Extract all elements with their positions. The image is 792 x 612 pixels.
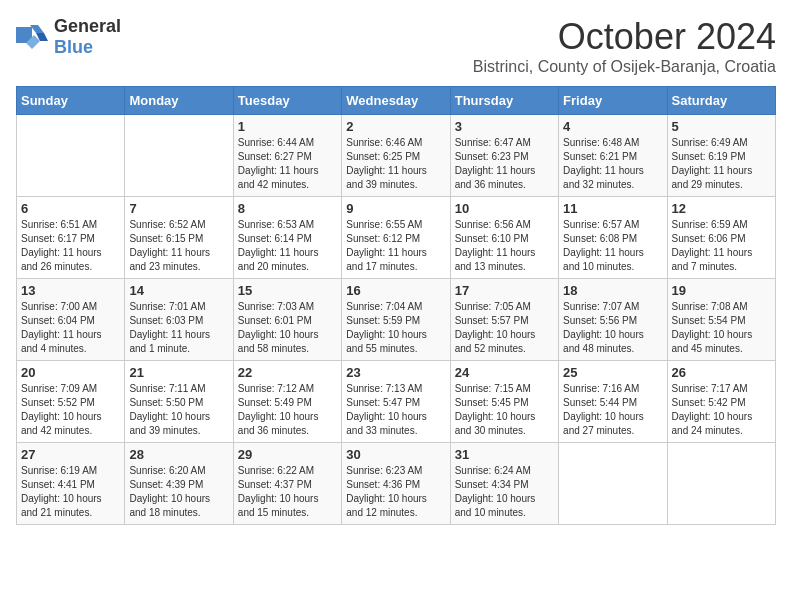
day-number: 7	[129, 201, 228, 216]
day-info: Sunrise: 7:15 AMSunset: 5:45 PMDaylight:…	[455, 382, 554, 438]
day-info: Sunrise: 7:01 AMSunset: 6:03 PMDaylight:…	[129, 300, 228, 356]
day-info: Sunrise: 7:16 AMSunset: 5:44 PMDaylight:…	[563, 382, 662, 438]
calendar-day-cell: 1Sunrise: 6:44 AMSunset: 6:27 PMDaylight…	[233, 115, 341, 197]
day-number: 24	[455, 365, 554, 380]
weekday-header: Thursday	[450, 87, 558, 115]
day-number: 6	[21, 201, 120, 216]
day-info: Sunrise: 7:03 AMSunset: 6:01 PMDaylight:…	[238, 300, 337, 356]
title-section: October 2024 Bistrinci, County of Osijek…	[473, 16, 776, 76]
calendar-day-cell: 24Sunrise: 7:15 AMSunset: 5:45 PMDayligh…	[450, 361, 558, 443]
month-title: October 2024	[473, 16, 776, 58]
calendar-day-cell: 12Sunrise: 6:59 AMSunset: 6:06 PMDayligh…	[667, 197, 775, 279]
day-info: Sunrise: 7:09 AMSunset: 5:52 PMDaylight:…	[21, 382, 120, 438]
page-header: General Blue October 2024 Bistrinci, Cou…	[16, 16, 776, 76]
day-number: 26	[672, 365, 771, 380]
day-number: 31	[455, 447, 554, 462]
day-number: 16	[346, 283, 445, 298]
weekday-header: Friday	[559, 87, 667, 115]
day-number: 21	[129, 365, 228, 380]
day-number: 22	[238, 365, 337, 380]
calendar-day-cell: 19Sunrise: 7:08 AMSunset: 5:54 PMDayligh…	[667, 279, 775, 361]
day-info: Sunrise: 7:13 AMSunset: 5:47 PMDaylight:…	[346, 382, 445, 438]
day-info: Sunrise: 6:55 AMSunset: 6:12 PMDaylight:…	[346, 218, 445, 274]
day-number: 19	[672, 283, 771, 298]
calendar-day-cell: 11Sunrise: 6:57 AMSunset: 6:08 PMDayligh…	[559, 197, 667, 279]
calendar-week-row: 1Sunrise: 6:44 AMSunset: 6:27 PMDaylight…	[17, 115, 776, 197]
calendar-day-cell: 17Sunrise: 7:05 AMSunset: 5:57 PMDayligh…	[450, 279, 558, 361]
day-info: Sunrise: 6:49 AMSunset: 6:19 PMDaylight:…	[672, 136, 771, 192]
calendar-day-cell: 13Sunrise: 7:00 AMSunset: 6:04 PMDayligh…	[17, 279, 125, 361]
day-info: Sunrise: 6:24 AMSunset: 4:34 PMDaylight:…	[455, 464, 554, 520]
weekday-header: Sunday	[17, 87, 125, 115]
calendar-day-cell: 9Sunrise: 6:55 AMSunset: 6:12 PMDaylight…	[342, 197, 450, 279]
day-number: 4	[563, 119, 662, 134]
logo-blue: Blue	[54, 37, 93, 57]
day-number: 18	[563, 283, 662, 298]
day-info: Sunrise: 6:51 AMSunset: 6:17 PMDaylight:…	[21, 218, 120, 274]
day-number: 12	[672, 201, 771, 216]
day-info: Sunrise: 6:59 AMSunset: 6:06 PMDaylight:…	[672, 218, 771, 274]
weekday-header: Tuesday	[233, 87, 341, 115]
logo: General Blue	[16, 16, 121, 58]
calendar-day-cell: 26Sunrise: 7:17 AMSunset: 5:42 PMDayligh…	[667, 361, 775, 443]
calendar-day-cell: 18Sunrise: 7:07 AMSunset: 5:56 PMDayligh…	[559, 279, 667, 361]
calendar-day-cell: 20Sunrise: 7:09 AMSunset: 5:52 PMDayligh…	[17, 361, 125, 443]
day-number: 29	[238, 447, 337, 462]
day-number: 27	[21, 447, 120, 462]
day-number: 14	[129, 283, 228, 298]
calendar-day-cell: 8Sunrise: 6:53 AMSunset: 6:14 PMDaylight…	[233, 197, 341, 279]
day-info: Sunrise: 7:07 AMSunset: 5:56 PMDaylight:…	[563, 300, 662, 356]
day-info: Sunrise: 6:53 AMSunset: 6:14 PMDaylight:…	[238, 218, 337, 274]
weekday-header: Monday	[125, 87, 233, 115]
day-number: 9	[346, 201, 445, 216]
day-number: 3	[455, 119, 554, 134]
calendar-day-cell: 14Sunrise: 7:01 AMSunset: 6:03 PMDayligh…	[125, 279, 233, 361]
location-title: Bistrinci, County of Osijek-Baranja, Cro…	[473, 58, 776, 76]
calendar-day-cell: 28Sunrise: 6:20 AMSunset: 4:39 PMDayligh…	[125, 443, 233, 525]
calendar-day-cell: 4Sunrise: 6:48 AMSunset: 6:21 PMDaylight…	[559, 115, 667, 197]
calendar-day-cell	[17, 115, 125, 197]
day-number: 28	[129, 447, 228, 462]
day-info: Sunrise: 7:17 AMSunset: 5:42 PMDaylight:…	[672, 382, 771, 438]
day-number: 8	[238, 201, 337, 216]
weekday-header: Saturday	[667, 87, 775, 115]
weekday-row: SundayMondayTuesdayWednesdayThursdayFrid…	[17, 87, 776, 115]
calendar-body: 1Sunrise: 6:44 AMSunset: 6:27 PMDaylight…	[17, 115, 776, 525]
day-info: Sunrise: 6:20 AMSunset: 4:39 PMDaylight:…	[129, 464, 228, 520]
day-number: 11	[563, 201, 662, 216]
calendar-week-row: 13Sunrise: 7:00 AMSunset: 6:04 PMDayligh…	[17, 279, 776, 361]
calendar-day-cell: 27Sunrise: 6:19 AMSunset: 4:41 PMDayligh…	[17, 443, 125, 525]
calendar-week-row: 6Sunrise: 6:51 AMSunset: 6:17 PMDaylight…	[17, 197, 776, 279]
calendar-day-cell: 23Sunrise: 7:13 AMSunset: 5:47 PMDayligh…	[342, 361, 450, 443]
day-info: Sunrise: 6:56 AMSunset: 6:10 PMDaylight:…	[455, 218, 554, 274]
calendar-week-row: 27Sunrise: 6:19 AMSunset: 4:41 PMDayligh…	[17, 443, 776, 525]
calendar-day-cell	[125, 115, 233, 197]
calendar-day-cell: 15Sunrise: 7:03 AMSunset: 6:01 PMDayligh…	[233, 279, 341, 361]
calendar-day-cell: 30Sunrise: 6:23 AMSunset: 4:36 PMDayligh…	[342, 443, 450, 525]
calendar-header: SundayMondayTuesdayWednesdayThursdayFrid…	[17, 87, 776, 115]
calendar-day-cell: 5Sunrise: 6:49 AMSunset: 6:19 PMDaylight…	[667, 115, 775, 197]
day-info: Sunrise: 6:57 AMSunset: 6:08 PMDaylight:…	[563, 218, 662, 274]
day-number: 10	[455, 201, 554, 216]
calendar-day-cell: 10Sunrise: 6:56 AMSunset: 6:10 PMDayligh…	[450, 197, 558, 279]
calendar-day-cell	[667, 443, 775, 525]
calendar-day-cell: 3Sunrise: 6:47 AMSunset: 6:23 PMDaylight…	[450, 115, 558, 197]
day-info: Sunrise: 6:44 AMSunset: 6:27 PMDaylight:…	[238, 136, 337, 192]
day-number: 25	[563, 365, 662, 380]
day-number: 13	[21, 283, 120, 298]
calendar-day-cell: 7Sunrise: 6:52 AMSunset: 6:15 PMDaylight…	[125, 197, 233, 279]
day-info: Sunrise: 7:04 AMSunset: 5:59 PMDaylight:…	[346, 300, 445, 356]
logo-general: General	[54, 16, 121, 36]
calendar-day-cell: 29Sunrise: 6:22 AMSunset: 4:37 PMDayligh…	[233, 443, 341, 525]
weekday-header: Wednesday	[342, 87, 450, 115]
day-number: 1	[238, 119, 337, 134]
calendar-day-cell: 31Sunrise: 6:24 AMSunset: 4:34 PMDayligh…	[450, 443, 558, 525]
calendar-day-cell: 22Sunrise: 7:12 AMSunset: 5:49 PMDayligh…	[233, 361, 341, 443]
calendar-day-cell: 2Sunrise: 6:46 AMSunset: 6:25 PMDaylight…	[342, 115, 450, 197]
day-info: Sunrise: 7:00 AMSunset: 6:04 PMDaylight:…	[21, 300, 120, 356]
day-number: 2	[346, 119, 445, 134]
day-info: Sunrise: 6:46 AMSunset: 6:25 PMDaylight:…	[346, 136, 445, 192]
svg-marker-1	[30, 25, 44, 33]
calendar-day-cell: 6Sunrise: 6:51 AMSunset: 6:17 PMDaylight…	[17, 197, 125, 279]
day-info: Sunrise: 7:12 AMSunset: 5:49 PMDaylight:…	[238, 382, 337, 438]
